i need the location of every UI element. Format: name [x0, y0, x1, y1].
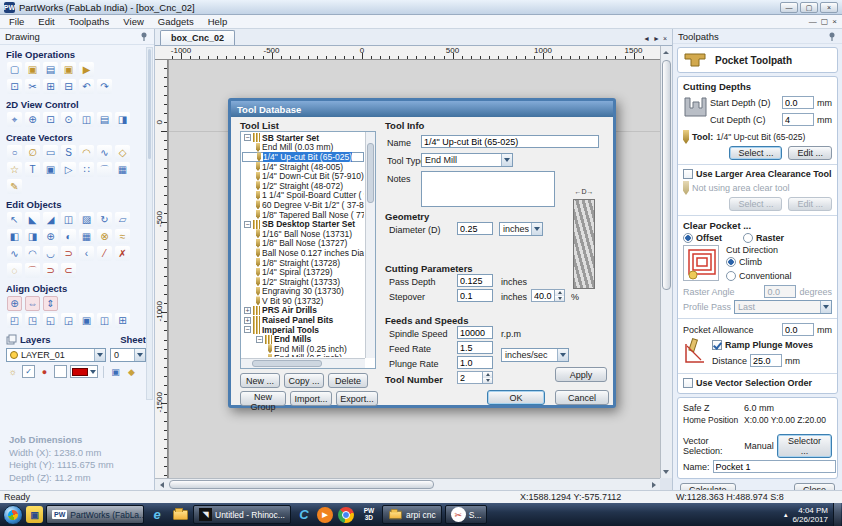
tool-name-input[interactable] [421, 135, 599, 148]
tree-item[interactable]: Engraving 30 (13730) [242, 287, 364, 297]
select-text-icon[interactable]: ▷ [61, 162, 76, 177]
tab-next-button[interactable]: ► [653, 35, 660, 42]
delete-tool-button[interactable]: Delete [328, 373, 368, 388]
import-file-icon[interactable]: ▣ [61, 62, 76, 77]
mdi-minimize-button[interactable]: — [809, 16, 817, 28]
expander-icon[interactable]: − [244, 326, 251, 333]
spinner-arrows[interactable] [483, 371, 493, 384]
zoom-fit-icon[interactable]: ▤ [97, 112, 112, 127]
toolpath-name-input[interactable] [713, 460, 836, 473]
stretch-icon[interactable]: ◨ [25, 229, 40, 244]
tree-item[interactable]: 1/4" Down-Cut Bit (57-910) [242, 171, 364, 181]
media-icon[interactable]: ▶ [317, 507, 333, 523]
notes-textarea[interactable] [421, 171, 555, 207]
cut-icon[interactable]: ✂ [25, 79, 40, 94]
toggle-view-icon[interactable]: ◨ [115, 112, 130, 127]
scroll-down-icon[interactable] [660, 466, 672, 478]
align-bottom-right-icon[interactable]: ◲ [61, 313, 76, 328]
mirror-icon[interactable]: ◫ [61, 212, 76, 227]
rotate-icon[interactable]: ↻ [97, 212, 112, 227]
raster-angle-input[interactable] [764, 285, 796, 298]
show-desktop-button[interactable] [833, 503, 841, 526]
tool-type-select[interactable]: End Mill [421, 153, 513, 167]
text-box-icon[interactable]: ▣ [43, 162, 58, 177]
tree-item[interactable]: 1/4" Straight (48-005) [242, 162, 364, 172]
cut-depth-input[interactable] [782, 113, 814, 126]
fit-curve-icon[interactable]: ∿ [7, 246, 22, 261]
draw-polyline-icon[interactable]: ∿ [97, 145, 112, 160]
tree-item[interactable]: 1/2" Straight (48-072) [242, 181, 364, 191]
draw-circle-icon[interactable]: ○ [7, 145, 22, 160]
measure-icon[interactable]: ◢ [43, 212, 58, 227]
left-panel-scrollbar[interactable] [146, 47, 153, 400]
node-edit-icon[interactable]: ◣ [25, 212, 40, 227]
merge-layer-icon[interactable]: ◆ [125, 365, 138, 378]
redo-icon[interactable]: ↷ [97, 79, 112, 94]
cancel-button[interactable]: Cancel [555, 390, 609, 405]
layer-select-arrow-icon[interactable] [94, 349, 105, 361]
text-on-curve-icon[interactable]: ⌒ [97, 162, 112, 177]
explorer-icon[interactable] [170, 505, 190, 525]
tree-item[interactable]: 1/4" Up-cut Bit (65-025) [242, 152, 364, 162]
draw-ellipse-icon[interactable]: ∅ [25, 145, 40, 160]
expander-icon[interactable]: + [244, 307, 251, 314]
tree-item[interactable]: V Bit 90 (13732) [242, 296, 364, 306]
start-button[interactable] [3, 505, 23, 525]
save-file-icon[interactable]: ▤ [43, 62, 58, 77]
mdi-close-button[interactable]: × [832, 16, 837, 28]
maximize-button[interactable]: ▢ [800, 2, 818, 13]
units-select[interactable]: inches [499, 222, 543, 236]
dialog-title-bar[interactable]: Tool Database [231, 101, 613, 117]
tree-group[interactable]: −End Mills [242, 334, 364, 344]
tree-group[interactable]: −SB Starter Set [242, 133, 364, 143]
tree-item[interactable]: 1/2" Straight (13733) [242, 277, 364, 287]
expander-icon[interactable]: − [244, 221, 251, 228]
selection-icon[interactable]: ⊡ [7, 79, 22, 94]
tree-group[interactable]: −SB Desktop Starter Set [242, 219, 364, 229]
draw-rectangle-icon[interactable]: ▭ [43, 145, 58, 160]
task-partworks[interactable]: PWPartWorks (FabLa... [46, 505, 144, 524]
layer-color-swatch[interactable] [70, 365, 98, 378]
layer-select[interactable]: LAYER_01 [6, 348, 106, 362]
chevron-down-icon[interactable] [820, 301, 831, 313]
arc-fit-icon[interactable]: ◠ [25, 246, 40, 261]
task-scissors[interactable]: ✂S... [445, 505, 488, 524]
zoom-extents-icon[interactable]: ◫ [79, 112, 94, 127]
menu-edit[interactable]: Edit [31, 16, 61, 27]
extend-icon[interactable]: ‹ [79, 246, 94, 261]
new-drawing-icon[interactable]: ▢ [7, 62, 22, 77]
chevron-down-icon[interactable] [557, 349, 568, 361]
tray-expand-icon[interactable]: ▴ [784, 511, 788, 519]
menu-view[interactable]: View [116, 16, 150, 27]
spinner-arrows[interactable] [555, 289, 565, 302]
slice-icon[interactable]: ⁄ [97, 246, 112, 261]
align-bottom-left-icon[interactable]: ◱ [43, 313, 58, 328]
delete-object-icon[interactable]: ▨ [79, 212, 94, 227]
scroll-up-icon[interactable] [660, 46, 672, 58]
ie-icon[interactable]: e [147, 505, 167, 525]
tree-horizontal-scrollbar[interactable] [241, 358, 365, 368]
lock-icon[interactable]: ● [38, 365, 51, 378]
delete-span-icon[interactable]: ✗ [115, 246, 130, 261]
export-button[interactable]: Export... [336, 391, 378, 406]
airbrush-icon[interactable]: ✎ [7, 179, 22, 194]
stepover-input[interactable] [457, 289, 493, 302]
align-right-icon[interactable]: ⊞ [115, 313, 130, 328]
join-open-icon[interactable]: ⊃ [43, 263, 58, 278]
center-icon[interactable]: ⊕ [43, 229, 58, 244]
export-file-icon[interactable]: ▶ [79, 62, 94, 77]
new-group-button[interactable]: New Group [240, 391, 286, 406]
grid-icon[interactable]: ▦ [115, 162, 130, 177]
tree-item[interactable]: Ball Nose 0.127 inches Dia [242, 248, 364, 258]
taskbar-clock[interactable]: 4:04 PM 6/26/2017 [792, 506, 828, 524]
mdi-maximize-button[interactable]: ▢ [821, 16, 829, 28]
join-curves-icon[interactable]: ⌒ [25, 263, 40, 278]
pin-icon[interactable] [828, 32, 837, 41]
draw-text-icon[interactable]: T [25, 162, 40, 177]
align-left-icon[interactable]: ◫ [97, 313, 112, 328]
menu-gadgets[interactable]: Gadgets [151, 16, 201, 27]
tree-item[interactable]: End Mill (0.25 inch) [242, 344, 364, 354]
tree-item[interactable]: 60 Degree V-Bit 1/2" ( 37-82) [242, 200, 364, 210]
conventional-radio[interactable] [726, 271, 736, 281]
layer-visible-checkbox[interactable]: ✓ [22, 365, 35, 378]
